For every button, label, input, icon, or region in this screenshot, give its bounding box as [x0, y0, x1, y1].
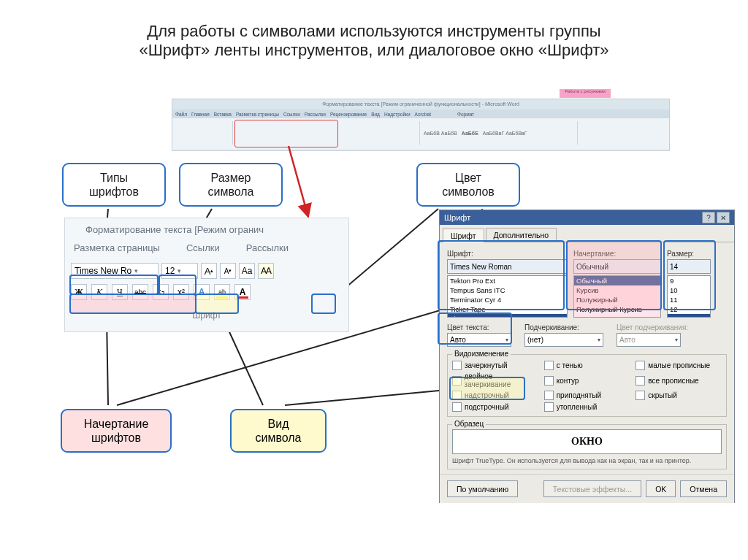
- close-icon[interactable]: ✕: [717, 212, 730, 223]
- chk-engrave[interactable]: утопленный: [544, 402, 630, 412]
- mark-dlg-color: [438, 312, 512, 345]
- mark-dlg-size: [663, 240, 716, 310]
- mark-font-size: [159, 275, 196, 295]
- change-case-icon[interactable]: Aa: [239, 263, 255, 279]
- underline-select[interactable]: (нет)▾: [524, 333, 603, 347]
- help-icon[interactable]: ?: [702, 212, 715, 223]
- chk-hidden[interactable]: скрытый: [636, 391, 722, 400]
- grow-font-icon[interactable]: A▴: [201, 263, 217, 279]
- cancel-button[interactable]: Отмена: [680, 480, 727, 497]
- preview-box: ОКНО: [452, 429, 722, 454]
- arrow-color1: [336, 209, 438, 296]
- arrow-main: [289, 146, 308, 217]
- shrink-font-icon[interactable]: A▾: [220, 263, 236, 279]
- chk-strike[interactable]: зачеркнутый: [452, 361, 538, 370]
- underline-color-select: Авто▾: [617, 333, 681, 347]
- ok-button[interactable]: OK: [646, 480, 676, 497]
- font-group-zoom: Форматирование текста [Режим огранич Раз…: [64, 218, 349, 332]
- chk-sub[interactable]: подстрочный: [452, 402, 538, 412]
- dialog-titlebar: Шрифт ?✕: [440, 210, 734, 225]
- chk-smallcaps[interactable]: малые прописные: [636, 361, 722, 370]
- chk-shadow[interactable]: с тенью: [544, 361, 630, 370]
- mark-sub-sup: [195, 294, 239, 314]
- default-button[interactable]: По умолчанию: [447, 480, 518, 497]
- mark-dlg-font: [438, 240, 565, 310]
- mark-font-name: [69, 275, 159, 295]
- mark-font-color: [311, 294, 336, 314]
- text-effects-button: Текстовые эффекты...: [543, 480, 641, 497]
- mark-dlg-style: [566, 240, 662, 310]
- chk-allcaps[interactable]: все прописные: [636, 372, 722, 388]
- clear-format-icon[interactable]: Ꜳ: [258, 263, 274, 279]
- mark-style: [69, 294, 196, 314]
- chk-emboss[interactable]: приподнятый: [544, 391, 630, 400]
- chk-outline[interactable]: контур: [544, 372, 630, 388]
- font-dialog: Шрифт ?✕ Шрифт Дополнительно Шрифт: Time…: [439, 210, 735, 503]
- mark-dlg-subsup: [449, 377, 525, 400]
